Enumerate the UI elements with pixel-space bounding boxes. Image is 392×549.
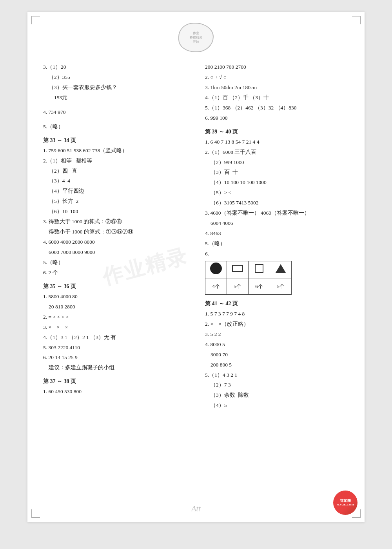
line: 5.（1）4 3 2 1 [205, 371, 349, 380]
section-title: 第 39 ～ 40 页 [205, 128, 349, 135]
stamp: 作业答案精灵开始 [178, 23, 214, 52]
line: 2. ○ + √ ○ [205, 73, 349, 82]
section-41-42: 第 41 ～ 42 页 1. 5 7 3 7 7 9 7 4 8 2. × ×（… [205, 300, 349, 410]
line: 3. 1km 50dm 2m 180cm [205, 83, 349, 92]
line: 6. 2 个 [43, 268, 187, 277]
line: 4.（1）百 （2）千 （3）十 [205, 93, 349, 102]
line: 5. 303 2220 4110 [43, 343, 187, 352]
section-title: 第 35 ～ 36 页 [43, 283, 187, 290]
line: （2）7 3 [205, 381, 349, 390]
line: （3）买一套衣服要多少钱？ [43, 83, 187, 92]
section-4: 4. 734 970 [43, 108, 187, 117]
line: 3.（1）20 [43, 63, 187, 72]
line: 4.（1）3 1 （2）2 1 （3）无 有 [43, 333, 187, 342]
line: 2. × ×（改正略） [205, 320, 349, 329]
line: 4. 8000 5 [205, 340, 349, 349]
section-5: 5.（略） [43, 122, 187, 131]
section-33-34: 第 33 ～ 34 页 1. 759 600 51 538 602 738（竖式… [43, 137, 187, 277]
shape-table: 4个 5个 6个 5个 [205, 261, 292, 295]
line: 6000 7000 8000 9000 [43, 248, 187, 257]
count-circle: 4个 [205, 279, 227, 294]
count-triangle: 5个 [270, 279, 292, 294]
line: （6）3105 7413 5002 [205, 199, 349, 208]
line: （6）10 100 [43, 207, 187, 216]
section-title: 第 37 ～ 38 页 [43, 378, 187, 385]
section-title: 第 41 ～ 42 页 [205, 300, 349, 307]
section-37-38: 第 37 ～ 38 页 1. 60 450 530 800 [43, 378, 187, 396]
line: 4. 734 970 [43, 108, 187, 117]
section-39-40: 第 39 ～ 40 页 1. 6 40 7 13 8 54 7 21 4 4 2… [205, 128, 349, 295]
line: 200 2100 700 2700 [205, 63, 349, 72]
line: 1. 759 600 51 538 602 738（竖式略） [43, 146, 187, 155]
line: 1. 60 450 530 800 [43, 387, 187, 396]
logo-text-line2: MXQE.COM [337, 503, 354, 507]
line: 得数小于 1000 的算式：①③⑤⑦⑨ [43, 228, 187, 237]
line: 1. 5 7 3 7 7 9 7 4 8 [205, 310, 349, 319]
line: 5.（略） [205, 239, 349, 248]
line: 6. 20 14 15 25 9 [43, 353, 187, 362]
shape-triangle [270, 261, 292, 279]
line: 6. 4个 5个 6个 5个 [205, 250, 349, 295]
line: 3000 70 [205, 350, 349, 359]
line: （3）4 4 [43, 177, 187, 186]
line: 3. 5 2 2 [205, 330, 349, 339]
corner-tl [31, 16, 40, 24]
line: （2）355 [43, 73, 187, 82]
logo-box: 答案圈 MXQE.COM [333, 491, 358, 515]
line: 2.（1）相等 都相等 [43, 157, 187, 166]
line: 5.（略） [43, 258, 187, 267]
section-r1: 200 2100 700 2700 2. ○ + √ ○ 3. 1km 50dm… [205, 63, 349, 123]
line: （2）四 直 [43, 167, 187, 176]
logo-text-line1: 答案圈 [340, 498, 351, 503]
line: 5.（略） [43, 122, 187, 131]
two-column-layout: 3.（1）20 （2）355 （3）买一套衣服要多少钱？ 153元 4. 734… [43, 63, 349, 416]
line: 2.（1）6008 三千八百 [205, 148, 349, 157]
page: 作业答案精灵开始 作业精录 3.（1）20 （2）355 （3）买一套衣服要多少… [27, 12, 365, 522]
line: 3. × × × [43, 323, 187, 332]
line: （3）百 十 [205, 168, 349, 177]
count-square: 6个 [249, 279, 270, 294]
section-35-36: 第 35 ～ 36 页 1. 5800 4000 80 20 810 2800 … [43, 283, 187, 373]
line: （5）长方 2 [43, 197, 187, 206]
line: （4）10 100 10 100 1000 [205, 178, 349, 187]
line: （2）999 1000 [205, 158, 349, 167]
right-column: 200 2100 700 2700 2. ○ + √ ○ 3. 1km 50dm… [195, 63, 349, 416]
line: 3. 4600（答案不唯一） 4060（答案不唯一） [205, 209, 349, 218]
section-3: 3.（1）20 （2）355 （3）买一套衣服要多少钱？ 153元 [43, 63, 187, 102]
corner-tr [352, 16, 361, 24]
line: 2. = > < > > [43, 313, 187, 322]
line: 5.（1）368 （2）462 （3）32 （4）830 [205, 104, 349, 113]
line: 6004 4006 [205, 219, 349, 228]
line: 153元 [43, 93, 187, 102]
section-title: 第 33 ～ 34 页 [43, 137, 187, 144]
line: 4. 6000 4000 2000 8000 [43, 238, 187, 247]
shape-circle [205, 261, 227, 279]
line: （4）5 [205, 401, 349, 410]
stamp-text: 作业答案精灵开始 [190, 31, 202, 44]
shape-rect [227, 261, 249, 279]
line: 20 810 2800 [43, 303, 187, 312]
att-label: Att [191, 504, 200, 513]
logo-circle: 答案圈 MXQE.COM [333, 491, 358, 515]
line: （4）平行四边 [43, 187, 187, 196]
line: 1. 5800 4000 80 [43, 292, 187, 301]
line: （5）> < [205, 188, 349, 197]
line: 200 800 5 [205, 361, 349, 370]
line: 4. 8463 [205, 229, 349, 238]
line: 建议：多建立踢毽子的小组 [43, 363, 187, 372]
corner-bl [31, 509, 40, 518]
line: （3）余数 除数 [205, 391, 349, 400]
count-rect: 5个 [227, 279, 249, 294]
shape-square [249, 261, 270, 279]
line: 6. 999 100 [205, 114, 349, 123]
line: 1. 6 40 7 13 8 54 7 21 4 4 [205, 138, 349, 147]
line: 3. 得数大于 1000 的算式：②⑥⑧ [43, 217, 187, 226]
left-column: 3.（1）20 （2）355 （3）买一套衣服要多少钱？ 153元 4. 734… [43, 63, 195, 416]
